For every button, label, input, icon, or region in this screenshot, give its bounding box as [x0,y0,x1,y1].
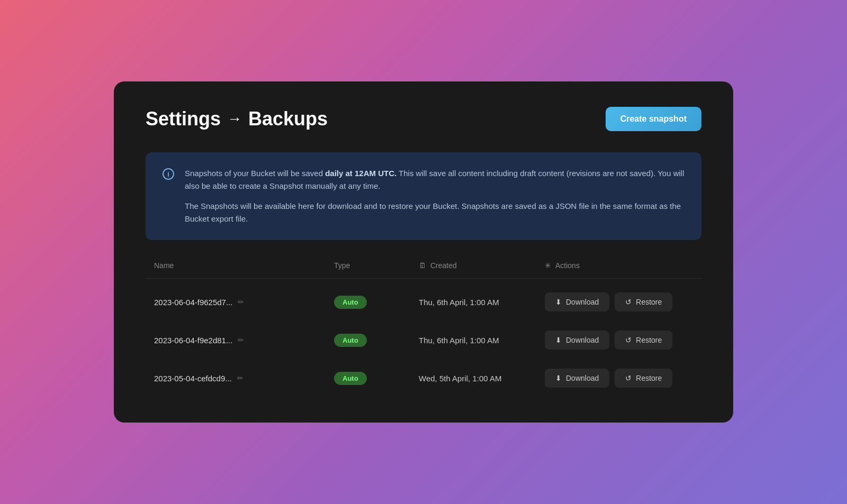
row-3-download-button[interactable]: ⬇ Download [545,369,609,388]
breadcrumb-settings: Settings [146,108,221,130]
download-icon: ⬇ [555,374,562,382]
row-1-restore-button[interactable]: ↺ Restore [615,292,672,311]
info-icon: i [163,168,174,180]
row-1-type-badge: Auto [334,296,367,309]
row-1-name-cell: 2023-06-04-f9625d7... ✏ [154,298,334,307]
breadcrumb-current: Backups [248,108,328,130]
row-3-type-badge: Auto [334,372,367,385]
row-1-edit-icon[interactable]: ✏ [238,298,244,306]
info-paragraph-2: The Snapshots will be available here for… [185,200,684,225]
create-snapshot-button[interactable]: Create snapshot [606,107,701,131]
restore-icon: ↺ [625,336,632,344]
row-3-restore-button[interactable]: ↺ Restore [615,369,672,388]
col-type-label: Type [334,261,350,270]
row-2-download-button[interactable]: ⬇ Download [545,331,609,350]
row-3-edit-icon[interactable]: ✏ [237,374,244,382]
col-header-type: Type [334,261,419,270]
row-3-type-cell: Auto [334,372,419,385]
restore-icon: ↺ [625,298,632,306]
breadcrumb: Settings → Backups [146,108,328,130]
row-1-download-label: Download [566,298,599,306]
row-3-actions: ⬇ Download ↺ Restore [545,369,693,388]
col-header-name: Name [154,261,334,270]
table-row: 2023-06-04-f9e2d81... ✏ Auto Thu, 6th Ap… [146,321,701,359]
row-2-type-badge: Auto [334,334,367,347]
col-header-actions: ✳ Actions [545,261,693,270]
row-3-name-cell: 2023-05-04-cefdcd9... ✏ [154,374,334,383]
row-2-name-cell: 2023-06-04-f9e2d81... ✏ [154,336,334,345]
row-1-type-cell: Auto [334,296,419,309]
snapshots-table: Name Type 🗓 Created ✳ Actions 2023-06-04… [146,261,701,397]
table-row: 2023-05-04-cefdcd9... ✏ Auto Wed, 5th Ap… [146,359,701,397]
col-created-label: Created [430,261,457,270]
table-header: Name Type 🗓 Created ✳ Actions [146,261,701,279]
info-text: Snapshots of your Bucket will be saved d… [185,167,684,225]
row-1-name: 2023-06-04-f9625d7... [154,298,232,307]
page-header: Settings → Backups Create snapshot [146,107,701,131]
calendar-icon: 🗓 [419,261,426,270]
col-name-label: Name [154,261,174,270]
row-1-restore-label: Restore [636,298,662,306]
col-actions-label: Actions [555,261,580,270]
row-3-name: 2023-05-04-cefdcd9... [154,374,232,383]
table-row: 2023-06-04-f9625d7... ✏ Auto Thu, 6th Ap… [146,283,701,321]
download-icon: ⬇ [555,336,562,344]
row-1-actions: ⬇ Download ↺ Restore [545,292,693,311]
row-1-download-button[interactable]: ⬇ Download [545,292,609,311]
row-2-created: Thu, 6th April, 1:00 AM [419,336,545,345]
download-icon: ⬇ [555,298,562,306]
actions-icon: ✳ [545,261,551,270]
restore-icon: ↺ [625,374,632,382]
row-2-actions: ⬇ Download ↺ Restore [545,331,693,350]
info-box: i Snapshots of your Bucket will be saved… [146,152,701,240]
row-2-type-cell: Auto [334,334,419,347]
breadcrumb-arrow: → [227,111,242,127]
settings-card: Settings → Backups Create snapshot i Sna… [114,81,733,423]
row-1-created: Thu, 6th April, 1:00 AM [419,298,545,307]
row-3-created: Wed, 5th April, 1:00 AM [419,374,545,383]
col-header-created: 🗓 Created [419,261,545,270]
row-3-restore-label: Restore [636,374,662,382]
row-3-download-label: Download [566,374,599,382]
row-2-restore-label: Restore [636,336,662,344]
row-2-restore-button[interactable]: ↺ Restore [615,331,672,350]
row-2-name: 2023-06-04-f9e2d81... [154,336,232,345]
info-paragraph-1: Snapshots of your Bucket will be saved d… [185,167,684,193]
row-2-edit-icon[interactable]: ✏ [238,336,244,344]
row-2-download-label: Download [566,336,599,344]
